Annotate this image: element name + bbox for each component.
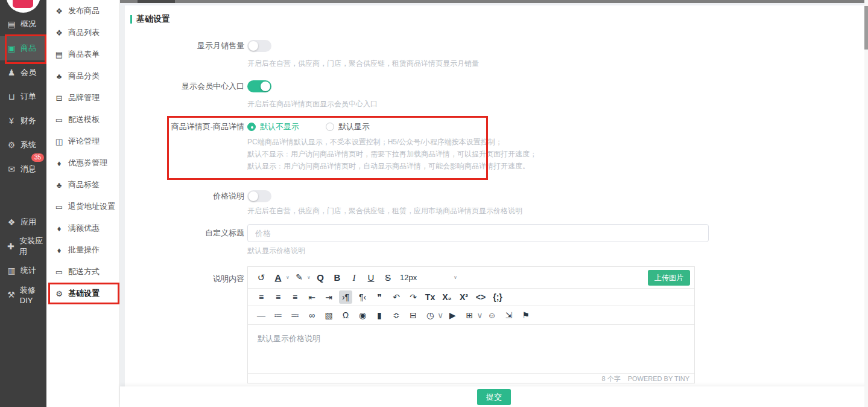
vertical-scrollbar-thumb[interactable]	[864, 6, 868, 50]
sidebar-nav: ▤ 概况 ▣ 商品 ♟ 会员 ⊔ 订单 ¥ 财务 ⚙ 系统	[0, 0, 46, 307]
horizontal-scrollbar-thumb[interactable]	[138, 0, 175, 3]
bullet-list-icon[interactable]: ≔	[271, 310, 285, 321]
undo-icon[interactable]: ↶	[390, 292, 403, 303]
radio-default-visible[interactable]: 默认显示	[326, 121, 370, 132]
chevron-down-icon[interactable]: ∨	[477, 310, 483, 321]
custom-title-label: 自定义标题	[125, 226, 244, 240]
submenu-item-coupon-management[interactable]: ♦ 优惠券管理	[46, 152, 119, 174]
page-break-icon[interactable]: ≎	[390, 310, 403, 321]
ltr-icon[interactable]: ›¶	[339, 290, 352, 304]
rtl-icon[interactable]: ¶‹	[356, 292, 369, 303]
sidebar-item-install-apps[interactable]: ✚ 安装应用	[0, 234, 46, 258]
submenu-item-batch-operations[interactable]: ♦ 批量操作	[46, 239, 119, 261]
submenu-item-return-address[interactable]: ▭ 退货地址设置	[46, 196, 119, 217]
print-icon[interactable]: ⊟	[407, 310, 420, 321]
setting-row-member-center: 显示会员中心入口	[125, 80, 864, 93]
italic-icon[interactable]: I	[347, 272, 361, 283]
link-icon[interactable]: ∞	[305, 310, 318, 321]
media-icon[interactable]: ▶	[446, 310, 459, 321]
content-label: 说明内容	[125, 272, 244, 286]
sidebar-item-goods[interactable]: ▣ 商品	[0, 36, 46, 60]
highlight-color-icon[interactable]: ✎	[293, 272, 306, 283]
truck-icon: ▭	[54, 115, 64, 124]
align-center-icon[interactable]: ≡	[271, 292, 285, 303]
vertical-scrollbar[interactable]	[864, 0, 868, 407]
strikethrough-icon[interactable]: S	[381, 272, 394, 283]
underline-icon[interactable]: U	[364, 272, 378, 283]
history-icon[interactable]: ↺	[255, 272, 268, 283]
page-title-text: 基础设置	[136, 14, 170, 25]
sidebar-item-decorate-diy[interactable]: ⚒ 装修DIY	[0, 283, 46, 307]
sitemap-icon: ♣	[54, 181, 64, 190]
emoticon-icon[interactable]: ☺	[486, 310, 499, 321]
bold-icon[interactable]: B	[331, 272, 344, 283]
setting-desc-line: PC端商品详情默认显示，不受本设置控制；H5/公众号/小程序端按本设置控制；	[247, 136, 537, 148]
sidebar-item-orders[interactable]: ⊔ 订单	[0, 85, 46, 109]
yen-icon: ¥	[7, 116, 16, 126]
price-desc-toggle[interactable]	[247, 190, 271, 202]
radio-default-hidden[interactable]: 默认不显示	[247, 121, 299, 132]
submenu-item-goods-list[interactable]: ❖ 商品列表	[46, 22, 119, 43]
toggle-knob	[249, 191, 258, 201]
submit-button[interactable]: 提交	[477, 389, 511, 405]
align-right-icon[interactable]: ≡	[288, 292, 302, 303]
sidebar-item-messages[interactable]: ✉ 消息 35	[0, 157, 46, 181]
submenu-item-comment-management[interactable]: ◫ 评论管理	[46, 130, 119, 152]
anchor-icon[interactable]: ▮	[373, 310, 386, 321]
submenu-item-basic-settings[interactable]: ⚙ 基础设置	[46, 283, 119, 304]
sidebar-item-overview[interactable]: ▤ 概况	[0, 12, 46, 36]
submenu-item-goods-form[interactable]: ▤ 商品表单	[46, 43, 119, 65]
upload-image-button[interactable]: 上传图片	[648, 270, 690, 286]
sidebar-item-members[interactable]: ♟ 会员	[0, 60, 46, 85]
redo-icon[interactable]: ↷	[407, 292, 420, 303]
submenu-item-goods-category[interactable]: ♣ 商品分类	[46, 65, 119, 87]
font-color-icon[interactable]: A	[271, 272, 285, 283]
member-center-label: 显示会员中心入口	[125, 80, 244, 93]
comment-icon: ◫	[54, 137, 64, 146]
datetime-icon[interactable]: ◷	[423, 310, 437, 321]
custom-title-input[interactable]	[247, 224, 709, 242]
image-icon[interactable]: ▧	[322, 310, 335, 321]
logo-mark	[13, 0, 33, 8]
submenu-item-delivery-template[interactable]: ▭ 配送模板	[46, 109, 119, 130]
search-icon[interactable]: Q	[314, 272, 327, 283]
submenu-item-goods-tags[interactable]: ♣ 商品标签	[46, 174, 119, 196]
chevron-down-icon[interactable]: ∨	[453, 275, 458, 281]
submenu-item-brand-management[interactable]: ⊟ 品牌管理	[46, 87, 119, 109]
numbered-list-icon[interactable]: ≕	[288, 310, 302, 321]
outdent-icon[interactable]: ⇤	[305, 292, 318, 303]
sidebar-item-statistics[interactable]: ▥ 统计	[0, 258, 46, 283]
superscript-icon[interactable]: X²	[457, 292, 470, 303]
horizontal-scrollbar[interactable]	[120, 0, 868, 3]
submenu-item-delivery-method[interactable]: ▭ 配送方式	[46, 261, 119, 283]
font-size-select[interactable]: 12px	[400, 273, 418, 283]
code-sample-icon[interactable]: {;}	[491, 292, 504, 303]
member-center-desc: 开启后在商品详情页面显示会员中心入口	[247, 99, 378, 109]
member-center-toggle[interactable]	[247, 80, 271, 92]
title-accent-bar	[130, 15, 132, 24]
sidebar-item-apps[interactable]: ❖ 应用	[0, 210, 46, 234]
tag-icon: ♦	[54, 224, 64, 233]
toggle-knob	[249, 41, 258, 51]
chevron-down-icon[interactable]: ∨	[306, 275, 311, 281]
preview-icon[interactable]: ◉	[356, 310, 369, 321]
table-icon[interactable]: ⊞	[463, 310, 476, 321]
horizontal-rule-icon[interactable]: —	[255, 310, 268, 321]
code-icon[interactable]: <>	[474, 292, 487, 303]
clear-format-icon[interactable]: Tx	[423, 292, 437, 303]
subscript-icon[interactable]: X₂	[440, 292, 454, 303]
fullscreen-icon[interactable]: ⇲	[502, 310, 516, 321]
special-character-icon[interactable]: Ω	[339, 310, 352, 321]
monthly-sales-toggle[interactable]	[247, 40, 271, 52]
editor-status-bar: 8 个字POWERED BY TINY	[248, 373, 694, 383]
indent-icon[interactable]: ⇥	[322, 292, 335, 303]
align-left-icon[interactable]: ≡	[255, 292, 268, 303]
chevron-down-icon[interactable]: ∨	[437, 310, 443, 321]
sidebar-item-finance[interactable]: ¥ 财务	[0, 109, 46, 133]
submenu-item-full-discount[interactable]: ♦ 满额优惠	[46, 217, 119, 239]
submenu-item-publish-goods[interactable]: ❖ 发布商品	[46, 0, 119, 22]
format-painter-icon[interactable]: ⚑	[519, 310, 533, 321]
chevron-down-icon[interactable]: ∨	[285, 275, 290, 281]
blockquote-icon[interactable]: ❞	[373, 292, 386, 303]
editor-content-area[interactable]: 默认显示价格说明	[248, 325, 694, 373]
